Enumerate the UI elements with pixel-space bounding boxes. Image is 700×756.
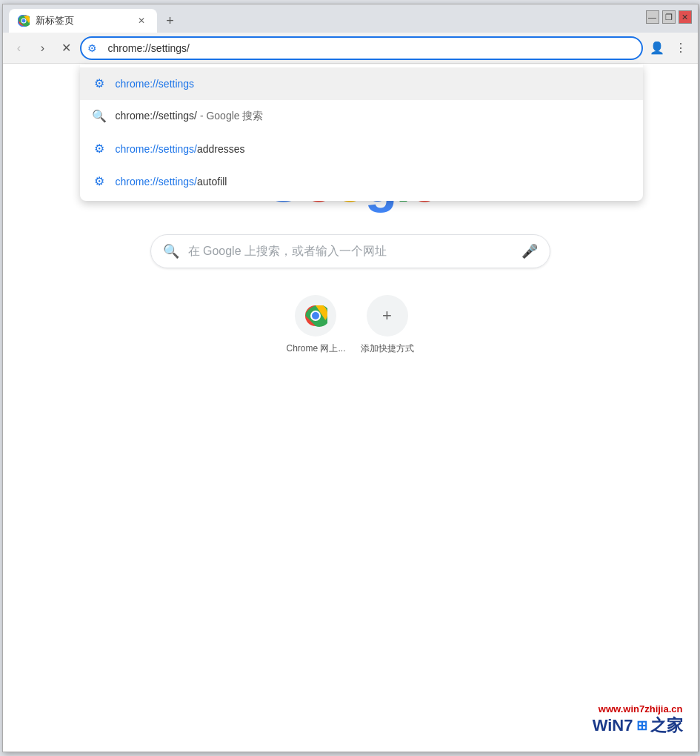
settings-icon-4: ⚙ — [92, 174, 107, 189]
autocomplete-suffix-2: - Google 搜索 — [200, 110, 264, 122]
microphone-icon[interactable]: 🎤 — [521, 243, 538, 259]
shortcuts-container: Chrome 网上... + 添加快捷方式 — [286, 295, 413, 355]
watermark-windows-icon: ⊞ — [636, 717, 647, 734]
toolbar-actions: 👤 ⋮ — [646, 37, 692, 59]
autocomplete-text-4: chrome://settings/autofill — [116, 176, 227, 188]
address-bar-container: ⚙ ⚙ chrome://settings 🔍 chrome://setting… — [80, 36, 643, 60]
autocomplete-item-1[interactable]: ⚙ chrome://settings — [80, 67, 643, 100]
shortcut-add-icon: + — [367, 295, 408, 336]
autocomplete-item-2[interactable]: 🔍 chrome://settings/ - Google 搜索 — [80, 100, 643, 133]
settings-icon-1: ⚙ — [92, 76, 107, 91]
shortcut-add-label: 添加快捷方式 — [361, 342, 414, 355]
autocomplete-item-4[interactable]: ⚙ chrome://settings/autofill — [80, 165, 643, 198]
autocomplete-highlight-3a: chrome://settings/ — [116, 143, 198, 155]
autocomplete-suffix-4: autofill — [197, 176, 227, 188]
search-placeholder-text: 在 Google 上搜索，或者输入一个网址 — [188, 244, 513, 259]
browser-tab[interactable]: 新标签页 ✕ — [9, 9, 157, 33]
autocomplete-highlight-1: chrome://settings — [116, 78, 195, 90]
restore-button[interactable]: ❐ — [662, 10, 676, 24]
tab-favicon-icon — [18, 15, 30, 27]
autocomplete-text-1: chrome://settings — [116, 78, 195, 90]
autocomplete-suffix-3: addresses — [197, 143, 245, 155]
svg-point-4 — [21, 19, 25, 23]
tab-title: 新标签页 — [36, 14, 129, 27]
shortcut-chrome[interactable]: Chrome 网上... — [286, 295, 345, 355]
autocomplete-dropdown: ⚙ chrome://settings 🔍 chrome://settings/… — [80, 64, 643, 201]
autocomplete-text-2: chrome://settings/ - Google 搜索 — [116, 110, 264, 123]
close-icon: ✕ — [61, 41, 71, 55]
search-icon: 🔍 — [163, 243, 179, 259]
address-input[interactable] — [80, 36, 643, 60]
google-search-bar[interactable]: 🔍 在 Google 上搜索，或者输入一个网址 🎤 — [150, 234, 550, 268]
close-button[interactable]: ✕ — [679, 10, 692, 24]
watermark: www.win7zhijia.cn WiN7 ⊞ 之家 — [593, 703, 683, 737]
autocomplete-text-3: chrome://settings/addresses — [116, 143, 245, 155]
plus-icon: + — [382, 306, 392, 325]
autocomplete-item-3[interactable]: ⚙ chrome://settings/addresses — [80, 133, 643, 165]
search-icon-2: 🔍 — [92, 109, 107, 124]
shortcut-chrome-label: Chrome 网上... — [286, 342, 345, 355]
forward-button[interactable]: › — [33, 38, 53, 59]
menu-icon: ⋮ — [675, 41, 687, 55]
shortcut-add[interactable]: + 添加快捷方式 — [361, 295, 414, 355]
settings-icon-3: ⚙ — [92, 142, 107, 156]
back-icon: ‹ — [17, 42, 21, 55]
titlebar: 新标签页 ✕ + — ❐ ✕ — [3, 4, 698, 33]
new-tab-button[interactable]: + — [160, 10, 181, 31]
autocomplete-highlight-4a: chrome://settings/ — [116, 176, 198, 188]
browser-window: 新标签页 ✕ + — ❐ ✕ ‹ › ✕ ⚙ ⚙ — [2, 4, 699, 752]
shortcut-chrome-icon — [295, 295, 336, 336]
chrome-logo-icon — [304, 304, 327, 328]
browser-toolbar: ‹ › ✕ ⚙ ⚙ chrome://settings — [3, 33, 698, 64]
svg-point-7 — [312, 312, 319, 319]
autocomplete-plain-2: chrome://settings/ — [116, 110, 198, 122]
watermark-url-text: www.win7zhijia.cn — [593, 703, 683, 714]
forward-icon: › — [41, 42, 44, 55]
window-controls: — ❐ ✕ — [646, 10, 692, 24]
settings-icon: ⚙ — [87, 42, 97, 54]
profile-button[interactable]: 👤 — [646, 37, 668, 59]
profile-icon: 👤 — [650, 41, 664, 55]
watermark-logo: WiN7 ⊞ 之家 — [593, 714, 683, 737]
reload-stop-button[interactable]: ✕ — [56, 38, 77, 59]
minimize-button[interactable]: — — [646, 10, 659, 24]
watermark-logo-text: WiN7 — [593, 716, 633, 735]
menu-button[interactable]: ⋮ — [670, 37, 692, 59]
back-button[interactable]: ‹ — [9, 38, 30, 59]
watermark-logo-suffix: 之家 — [650, 714, 683, 737]
tab-close-button[interactable]: ✕ — [135, 14, 148, 27]
